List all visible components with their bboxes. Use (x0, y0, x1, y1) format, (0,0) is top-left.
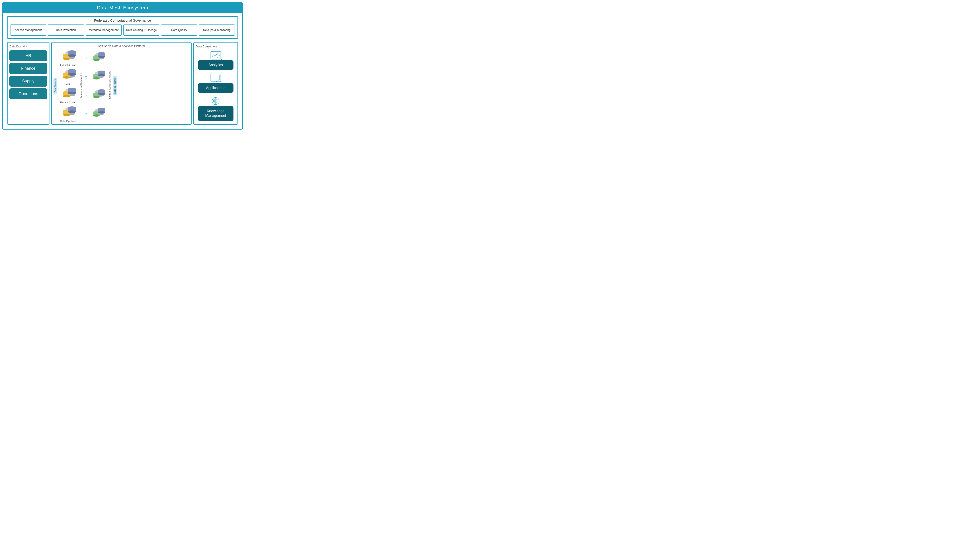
db-cluster-4 (58, 106, 78, 119)
transformed-label: Transformed Data Model (80, 73, 83, 98)
governance-section: Federated Computational Governance Acces… (7, 16, 238, 39)
consumer-applications: Applications (196, 73, 236, 93)
svg-point-17 (68, 73, 76, 76)
pipelines-list: Extract & Load (58, 49, 78, 122)
consumer-analytics: Analytics (196, 50, 236, 70)
svg-line-74 (221, 59, 222, 60)
db-cluster-3 (58, 87, 78, 101)
svg-point-26 (68, 92, 76, 94)
svg-point-32 (63, 114, 70, 116)
transform-row-4: → (84, 107, 107, 120)
pipeline-label-3: Extract & Load (60, 101, 76, 104)
gov-box-data-catalog: Data Catalog & Lineage (123, 24, 159, 36)
data-owners-label: Data Owners (54, 78, 57, 94)
svg-point-62 (98, 93, 105, 95)
consumer-knowledge: Knowledge Management (196, 96, 236, 121)
knowledge-icon (210, 96, 222, 106)
platform-section: Self-Serve Data & Analytics Platform Dat… (51, 42, 192, 125)
transform-cluster-2 (89, 70, 107, 83)
product-labels: Product Specific Data Models (108, 49, 111, 122)
svg-point-53 (98, 74, 105, 76)
pipeline-label-1: Extract & Load (60, 64, 76, 66)
svg-point-59 (93, 96, 100, 98)
gov-box-access-management: Access Management (10, 24, 46, 36)
analytics-btn: Analytics (198, 60, 234, 70)
product-specific-label: Product Specific Data Models (108, 71, 111, 100)
platform-label: Self-Serve Data & Analytics Platform (54, 44, 189, 48)
svg-point-71 (98, 111, 105, 114)
transform-cluster-1 (89, 51, 107, 64)
svg-point-68 (93, 114, 100, 117)
pipeline-area: Data Owners (54, 49, 78, 122)
data-domains-label: Data Domains (10, 45, 47, 48)
domain-hr: HR (10, 50, 47, 61)
domain-operations: Operations (10, 88, 47, 99)
outer-container: Data Mesh Ecosystem Federated Computatio… (2, 2, 243, 130)
svg-point-41 (93, 59, 100, 61)
pipeline-label-2: ETL (66, 83, 70, 85)
governance-boxes: Access Management Data Protection Metada… (10, 24, 235, 36)
gov-box-devops: DevOps & Monitoring (199, 24, 235, 36)
svg-point-8 (68, 54, 76, 57)
consumers-label: Data Consumers (196, 45, 236, 48)
pipeline-label-4: Data Pipelines (60, 120, 76, 122)
db-cluster-1 (58, 49, 78, 63)
transform-row-2: → (84, 70, 107, 83)
analytics-icon (210, 50, 222, 60)
transform-cluster-4 (89, 107, 107, 120)
svg-point-35 (68, 110, 76, 113)
consumers-section: Data Consumers Analytics (193, 42, 238, 125)
transform-row-3: → (84, 89, 107, 102)
main-title: Data Mesh Ecosystem (3, 3, 242, 13)
data-as-product-col: Data as Product (113, 49, 117, 122)
db-cluster-2 (58, 68, 78, 82)
svg-point-44 (98, 56, 105, 58)
gov-box-metadata-management: Metadata Management (86, 24, 122, 36)
gov-box-data-protection: Data Protection (48, 24, 84, 36)
svg-point-50 (93, 77, 100, 79)
applications-btn: Applications (198, 83, 234, 93)
svg-point-5 (63, 58, 70, 60)
gov-box-data-quality: Data Quality (161, 24, 197, 36)
transform-row-1: → (84, 51, 107, 64)
data-as-product-label: Data as Product (113, 76, 117, 95)
domain-supply: Supply (10, 76, 47, 87)
pipeline-row-2: ETL (58, 68, 78, 85)
data-domains-section: Data Domains HR Finance Supply Operation… (7, 42, 49, 125)
svg-point-23 (63, 95, 70, 97)
pipeline-row-3: Extract & Load (58, 87, 78, 104)
svg-point-14 (63, 76, 70, 79)
knowledge-btn: Knowledge Management (198, 106, 234, 121)
transform-cluster-3 (89, 89, 107, 102)
pipeline-row-4: Data Pipelines (58, 106, 78, 122)
domain-finance: Finance (10, 63, 47, 74)
pipeline-row-1: Extract & Load (58, 49, 78, 66)
applications-icon (210, 73, 222, 83)
governance-label: Federated Computational Governance (10, 19, 235, 22)
arrow-col-1: Transformed Data Model (80, 49, 83, 122)
transformed-section: → (84, 49, 107, 122)
